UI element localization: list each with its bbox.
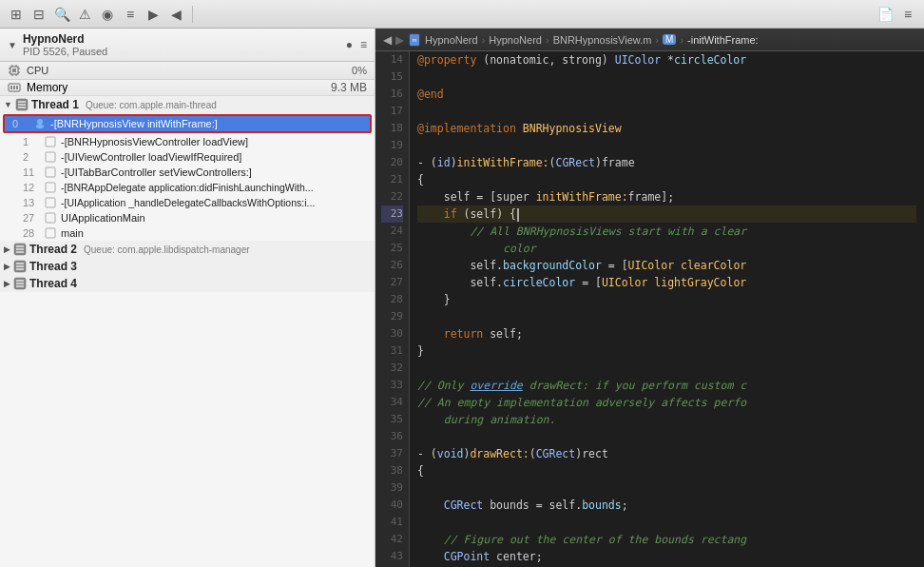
- svg-rect-11: [10, 86, 12, 89]
- breadcrumb-sep-3: ›: [655, 34, 659, 46]
- line-num-43: 43: [381, 548, 403, 565]
- thread-2-disclosure[interactable]: ▶: [4, 244, 10, 254]
- frame-2[interactable]: 2 -[UIViewController loadViewIfRequired]: [0, 149, 375, 165]
- breadcrumb-hypnonerd-1[interactable]: HypnoNerd: [425, 34, 478, 46]
- frame-2-name: -[UIViewController loadViewIfRequired]: [61, 151, 241, 163]
- breadcrumb-sep-1: ›: [482, 34, 486, 46]
- svg-rect-19: [36, 125, 44, 128]
- frame-11-icon: [44, 166, 57, 179]
- breadcrumb-method: -initWithFrame:: [687, 34, 759, 46]
- frame-0-selected-container[interactable]: 0 -[BNRHypnosisView initWithFrame:]: [3, 114, 372, 133]
- cpu-bar: CPU 0%: [0, 62, 375, 80]
- line-num-27: 27: [381, 274, 403, 291]
- line-num-35: 35: [381, 411, 403, 428]
- line-num-23: 23: [381, 205, 403, 223]
- svg-point-18: [37, 119, 43, 125]
- toolbar-icon-lines[interactable]: ≡: [122, 6, 139, 23]
- frame-27[interactable]: 27 UIApplicationMain: [0, 210, 375, 225]
- thread-4-header[interactable]: ▶ Thread 4: [0, 275, 375, 292]
- frame-28[interactable]: 28 main: [0, 225, 375, 241]
- thread-3-header[interactable]: ▶ Thread 3: [0, 258, 375, 275]
- toolbar-icon-arrow[interactable]: ▶: [144, 6, 162, 23]
- line-num-22: 22: [381, 188, 403, 205]
- frame-1-name: -[BNRHypnosisViewController loadView]: [61, 136, 248, 147]
- code-line-41: [417, 514, 916, 531]
- code-line-29: [417, 308, 916, 325]
- code-line-39: [417, 479, 916, 497]
- toolbar-icon-warn[interactable]: ⚠: [76, 6, 93, 23]
- breadcrumb-forward[interactable]: ▶: [395, 33, 404, 47]
- toolbar-icon-menu[interactable]: ≡: [899, 6, 916, 23]
- thread-4-disclosure[interactable]: ▶: [4, 279, 10, 288]
- code-line-35: during animation.: [417, 411, 916, 428]
- project-title-area: ▼ HypnoNerd PID 5526, Paused: [8, 32, 107, 57]
- line-num-15: 15: [381, 68, 403, 86]
- line-num-14: 14: [381, 51, 403, 68]
- frame-11[interactable]: 11 -[UITabBarController setViewControlle…: [0, 165, 375, 180]
- code-line-32: [417, 360, 916, 377]
- code-line-20: - (id)initWithFrame:(CGRect)frame: [417, 154, 916, 171]
- code-line-21: {: [417, 171, 916, 188]
- toolbar-icon-circ[interactable]: ◉: [99, 6, 116, 23]
- frame-1[interactable]: 1 -[BNRHypnosisViewController loadView]: [0, 134, 375, 149]
- frame-27-num: 27: [23, 212, 44, 224]
- thread-2-label: Thread 2: [29, 243, 77, 256]
- cpu-value: 0%: [352, 65, 367, 76]
- line-num-26: 26: [381, 257, 403, 274]
- code-area[interactable]: @property (nonatomic, strong) UIColor *c…: [410, 51, 924, 567]
- frame-27-name: UIApplicationMain: [61, 212, 145, 224]
- breadcrumb-hypnonerd-2[interactable]: HypnoNerd: [489, 34, 542, 46]
- frame-12[interactable]: 12 -[BNRAppDelegate application:didFinis…: [0, 180, 375, 195]
- project-action-2[interactable]: ≡: [360, 38, 367, 51]
- thread-3-disclosure[interactable]: ▶: [4, 262, 10, 271]
- frame-12-name: -[BNRAppDelegate application:didFinishLa…: [61, 182, 314, 193]
- code-line-28: }: [417, 291, 916, 308]
- toolbar-icon-grid[interactable]: ⊞: [8, 6, 25, 23]
- breadcrumb-back[interactable]: ◀: [383, 33, 392, 47]
- code-line-27: self.circleColor = [UIColor lightGrayCol…: [417, 274, 916, 291]
- toolbar-separator: [192, 6, 193, 23]
- code-line-15: [417, 68, 916, 86]
- frame-27-icon: [44, 211, 57, 225]
- thread-1-disclosure[interactable]: ▼: [4, 100, 12, 109]
- line-num-38: 38: [381, 462, 403, 479]
- svg-rect-13: [16, 86, 18, 89]
- thread-group-2: ▶ Thread 2 Queue: com.apple.libdispatch-…: [0, 241, 375, 258]
- code-line-37: - (void)drawRect:(CGRect)rect: [417, 445, 916, 462]
- line-num-18: 18: [381, 120, 403, 137]
- code-line-42: // Figure out the center of the bounds r…: [417, 531, 916, 548]
- thread-group-1: ▼ Thread 1 Queue: com.apple.main-thread: [0, 96, 375, 241]
- code-line-38: {: [417, 462, 916, 479]
- thread-2-header[interactable]: ▶ Thread 2 Queue: com.apple.libdispatch-…: [0, 241, 375, 258]
- project-header: ▼ HypnoNerd PID 5526, Paused ● ≡: [0, 29, 375, 62]
- breadcrumb-file[interactable]: BNRHypnosisView.m: [553, 34, 652, 46]
- line-num-17: 17: [381, 103, 403, 120]
- disclosure-icon[interactable]: ▼: [8, 40, 17, 50]
- line-num-28: 28: [381, 291, 403, 308]
- line-num-37: 37: [381, 445, 403, 462]
- toolbar-icon-back[interactable]: ◀: [167, 6, 184, 23]
- line-num-32: 32: [381, 360, 403, 377]
- thread-3-icon: [13, 260, 27, 273]
- thread-1-queue: Queue: com.apple.main-thread: [86, 100, 217, 110]
- project-action-1[interactable]: ●: [346, 38, 353, 51]
- code-line-43: CGPoint center;: [417, 548, 916, 565]
- toolbar-icon-list[interactable]: ⊟: [30, 6, 48, 23]
- breadcrumb-m-badge[interactable]: M: [663, 34, 676, 45]
- frame-0[interactable]: 0 -[BNRHypnosisView initWithFrame:]: [5, 116, 370, 131]
- code-line-19: [417, 137, 916, 154]
- toolbar-icon-doc[interactable]: 📄: [876, 6, 894, 23]
- svg-rect-22: [46, 167, 55, 177]
- line-num-33: 33: [381, 377, 403, 394]
- memory-value: 9.3 MB: [331, 81, 367, 94]
- svg-rect-26: [46, 228, 55, 238]
- cpu-icon: [8, 64, 21, 77]
- project-name-area: HypnoNerd PID 5526, Paused: [23, 32, 107, 57]
- frame-13[interactable]: 13 -[UIApplication _handleDelegateCallba…: [0, 195, 375, 210]
- toolbar-icon-search[interactable]: 🔍: [53, 6, 70, 23]
- svg-rect-25: [46, 213, 55, 223]
- code-line-25: color: [417, 240, 916, 257]
- code-line-22: self = [super initWithFrame:frame];: [417, 188, 916, 205]
- line-num-34: 34: [381, 394, 403, 411]
- thread-1-header[interactable]: ▼ Thread 1 Queue: com.apple.main-thread: [0, 96, 375, 113]
